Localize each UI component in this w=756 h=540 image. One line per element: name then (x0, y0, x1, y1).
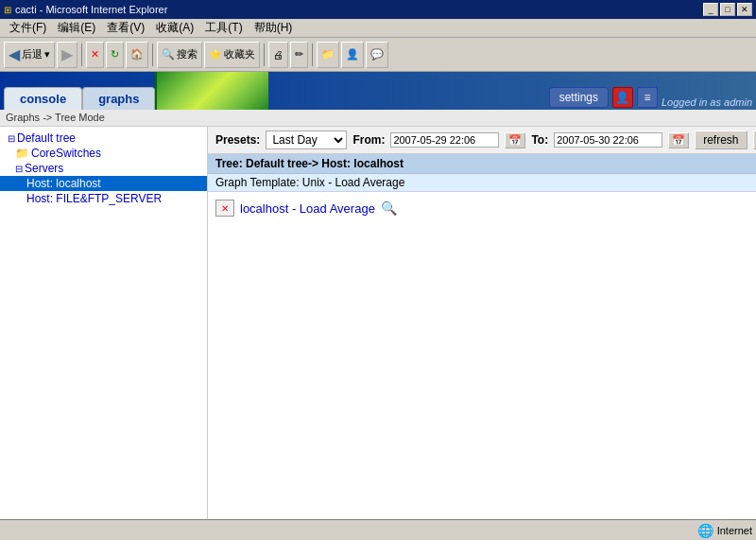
tree-host-localhost-label: Host: localhost (26, 177, 101, 190)
maximize-button[interactable]: □ (720, 3, 735, 16)
menu-view[interactable]: 查看(V) (101, 19, 150, 37)
tree-item-core-switches[interactable]: 📁 CoreSwitches (0, 146, 207, 161)
app-header: console graphs settings 👤 ≡ Logged in as… (0, 72, 756, 110)
print-button[interactable]: 🖨 (268, 42, 288, 68)
graph-content: ✕ localhost - Load Average 🔍 (208, 192, 756, 224)
close-button[interactable]: ✕ (737, 3, 752, 16)
back-button[interactable]: ◀ 后退 ▾ (4, 42, 55, 68)
minus-icon: ⊟ (8, 133, 15, 144)
star-icon: ⭐ (209, 48, 222, 61)
breadcrumb: Graphs -> Tree Mode (0, 110, 756, 127)
forward-arrow-icon: ▶ (61, 45, 73, 63)
sidebar-tree: ⊟ Default tree 📁 CoreSwitches ⊟ Servers … (0, 127, 208, 519)
user-icon-button[interactable]: 👤 (612, 87, 633, 108)
content-area: Presets: Last Day Last Week Last Month L… (208, 127, 756, 519)
logged-in-text: Logged in as admin (662, 96, 752, 108)
search-label: 搜索 (177, 47, 198, 61)
tab-graphs-label: graphs (98, 92, 139, 106)
messenger-button[interactable]: 💬 (366, 42, 388, 68)
from-date-input[interactable] (390, 132, 499, 148)
window-controls: _ □ ✕ (703, 3, 752, 16)
main-layout: ⊟ Default tree 📁 CoreSwitches ⊟ Servers … (0, 127, 756, 519)
header-decoration (155, 72, 268, 110)
settings-button[interactable]: settings (549, 87, 609, 108)
breadcrumb-text: Graphs -> Tree Mode (6, 112, 105, 123)
title-bar: ⊞ cacti - Microsoft Internet Explorer _ … (0, 0, 756, 19)
tab-graphs[interactable]: graphs (82, 87, 155, 110)
graph-tree-header: Tree: Default tree-> Host: localhost (208, 154, 756, 174)
tab-console-label: console (20, 92, 66, 106)
to-label: To: (531, 133, 548, 147)
tree-core-switches-label: CoreSwitches (31, 147, 101, 160)
separator-3 (264, 44, 265, 66)
tree-item-host-filesftp[interactable]: Host: FILE&FTP_SERVER (0, 191, 207, 206)
refresh-button[interactable]: ↻ (106, 42, 124, 68)
graph-template-header: Graph Template: Unix - Load Average (208, 174, 756, 192)
to-calendar-button[interactable]: 📅 (668, 132, 689, 148)
separator-2 (152, 44, 153, 66)
folder-button[interactable]: 📁 (317, 42, 339, 68)
back-arrow-icon: ◀ (9, 45, 20, 63)
ie-toolbar: ◀ 后退 ▾ ▶ ✕ ↻ 🏠 🔍 搜索 ⭐ 收藏夹 🖨 ✏ 📁 👤 💬 (0, 38, 756, 72)
menu-file[interactable]: 文件(F) (4, 19, 52, 37)
tree-item-default-tree[interactable]: ⊟ Default tree (0, 131, 207, 146)
minimize-button[interactable]: _ (703, 3, 718, 16)
menu-bar: 文件(F) 编辑(E) 查看(V) 收藏(A) 工具(T) 帮助(H) (0, 19, 756, 38)
presets-label: Presets: (215, 133, 260, 147)
refresh-button[interactable]: refresh (695, 131, 747, 149)
search-icon: 🔍 (162, 48, 175, 61)
to-date-input[interactable] (554, 132, 662, 148)
header-right: settings 👤 ≡ Logged in as admin (549, 87, 756, 110)
back-label: 后退 (22, 47, 43, 61)
tree-servers-label: Servers (25, 162, 63, 175)
dropdown-arrow-icon: ▾ (44, 48, 50, 61)
clear-button[interactable]: clear (753, 131, 757, 149)
user-button[interactable]: 👤 (341, 42, 364, 68)
zoom-icon[interactable]: 🔍 (381, 200, 397, 216)
status-right: 🌐 Internet (697, 523, 752, 538)
tree-item-host-localhost[interactable]: Host: localhost (0, 176, 207, 191)
favorites-label: 收藏夹 (224, 47, 255, 61)
internet-label: Internet (717, 525, 752, 536)
search-button[interactable]: 🔍 搜索 (157, 42, 202, 68)
window-title: cacti - Microsoft Internet Explorer (15, 4, 167, 15)
separator-1 (81, 44, 82, 66)
from-calendar-button[interactable]: 📅 (505, 132, 525, 148)
menu-favorites[interactable]: 收藏(A) (150, 19, 199, 37)
folder-icon: 📁 (15, 147, 29, 160)
stop-button[interactable]: ✕ (86, 42, 104, 68)
edit-button[interactable]: ✏ (290, 42, 308, 68)
home-button[interactable]: 🏠 (126, 42, 148, 68)
forward-button[interactable]: ▶ (57, 42, 77, 68)
separator-4 (312, 44, 313, 66)
tree-host-filesftp-label: Host: FILE&FTP_SERVER (26, 192, 162, 205)
internet-icon: 🌐 (697, 523, 713, 538)
preset-bar: Presets: Last Day Last Week Last Month L… (208, 127, 756, 154)
minus-icon-2: ⊟ (15, 164, 23, 174)
app-icon: ⊞ (4, 5, 11, 15)
tab-console[interactable]: console (4, 87, 82, 110)
menu-tools[interactable]: 工具(T) (199, 19, 248, 37)
presets-select[interactable]: Last Day Last Week Last Month Last Year (266, 131, 347, 149)
menu-help[interactable]: 帮助(H) (249, 19, 299, 37)
broken-image-icon: ✕ (215, 200, 234, 217)
graph-link[interactable]: localhost - Load Average (240, 201, 375, 216)
menu-edit[interactable]: 编辑(E) (52, 19, 101, 37)
menu-icon-button[interactable]: ≡ (637, 87, 658, 108)
status-bar: 🌐 Internet (0, 519, 756, 540)
tree-default-tree-label: Default tree (17, 131, 76, 145)
tree-item-servers[interactable]: ⊟ Servers (0, 161, 207, 176)
favorites-button[interactable]: ⭐ 收藏夹 (204, 42, 260, 68)
from-label: From: (352, 133, 385, 147)
